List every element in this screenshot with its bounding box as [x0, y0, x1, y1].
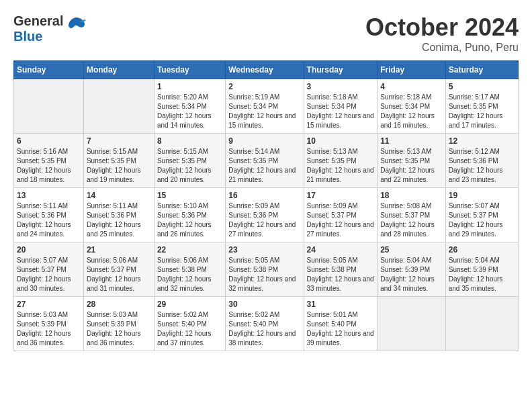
calendar-cell	[83, 79, 154, 134]
day-number: 18	[380, 191, 443, 200]
calendar-cell: 26Sunrise: 5:04 AMSunset: 5:39 PMDayligh…	[445, 242, 518, 297]
logo: General Blue	[13, 13, 87, 44]
day-info: Sunrise: 5:16 AMSunset: 5:35 PMDaylight:…	[17, 147, 81, 185]
column-header-monday: Monday	[83, 61, 154, 79]
day-number: 14	[87, 191, 151, 200]
calendar-body: 1Sunrise: 5:20 AMSunset: 5:34 PMDaylight…	[14, 79, 519, 351]
day-info: Sunrise: 5:08 AMSunset: 5:37 PMDaylight:…	[380, 201, 443, 239]
day-number: 26	[449, 245, 515, 255]
day-info: Sunrise: 5:11 AMSunset: 5:36 PMDaylight:…	[87, 201, 151, 239]
day-number: 3	[307, 82, 375, 91]
calendar-cell: 21Sunrise: 5:06 AMSunset: 5:37 PMDayligh…	[83, 242, 154, 297]
day-info: Sunrise: 5:20 AMSunset: 5:34 PMDaylight:…	[157, 93, 222, 130]
calendar-cell: 3Sunrise: 5:18 AMSunset: 5:34 PMDaylight…	[304, 79, 378, 134]
calendar-cell: 27Sunrise: 5:03 AMSunset: 5:39 PMDayligh…	[14, 297, 84, 351]
day-info: Sunrise: 5:03 AMSunset: 5:39 PMDaylight:…	[17, 310, 81, 348]
day-number: 4	[380, 82, 443, 91]
week-row-4: 20Sunrise: 5:07 AMSunset: 5:37 PMDayligh…	[14, 242, 519, 297]
calendar-cell: 14Sunrise: 5:11 AMSunset: 5:36 PMDayligh…	[83, 188, 154, 242]
day-info: Sunrise: 5:14 AMSunset: 5:35 PMDaylight:…	[228, 147, 300, 185]
calendar-cell	[14, 79, 84, 134]
calendar-cell: 17Sunrise: 5:09 AMSunset: 5:37 PMDayligh…	[304, 188, 378, 242]
day-info: Sunrise: 5:06 AMSunset: 5:37 PMDaylight:…	[87, 256, 151, 293]
calendar-title: October 2024	[365, 13, 519, 42]
logo-text: General Blue	[13, 13, 63, 44]
day-info: Sunrise: 5:07 AMSunset: 5:37 PMDaylight:…	[17, 256, 81, 293]
calendar-cell: 18Sunrise: 5:08 AMSunset: 5:37 PMDayligh…	[378, 188, 446, 242]
day-number: 21	[87, 245, 151, 255]
calendar-cell: 7Sunrise: 5:15 AMSunset: 5:35 PMDaylight…	[83, 134, 154, 188]
calendar-cell: 19Sunrise: 5:07 AMSunset: 5:37 PMDayligh…	[445, 188, 518, 242]
title-block: October 2024 Conima, Puno, Peru	[365, 13, 519, 54]
column-header-friday: Friday	[378, 61, 446, 79]
day-number: 16	[228, 191, 300, 200]
day-info: Sunrise: 5:10 AMSunset: 5:36 PMDaylight:…	[157, 201, 222, 239]
day-number: 17	[307, 191, 375, 200]
calendar-cell: 1Sunrise: 5:20 AMSunset: 5:34 PMDaylight…	[154, 79, 225, 134]
day-info: Sunrise: 5:04 AMSunset: 5:39 PMDaylight:…	[449, 256, 515, 293]
calendar-table: SundayMondayTuesdayWednesdayThursdayFrid…	[13, 60, 519, 351]
week-row-2: 6Sunrise: 5:16 AMSunset: 5:35 PMDaylight…	[14, 134, 519, 188]
day-number: 10	[307, 136, 375, 146]
calendar-cell: 5Sunrise: 5:17 AMSunset: 5:35 PMDaylight…	[445, 79, 518, 134]
logo-bird-icon	[66, 15, 87, 36]
logo-general: General	[13, 13, 63, 28]
day-number: 23	[228, 245, 300, 255]
day-info: Sunrise: 5:12 AMSunset: 5:36 PMDaylight:…	[449, 147, 515, 185]
calendar-cell: 13Sunrise: 5:11 AMSunset: 5:36 PMDayligh…	[14, 188, 84, 242]
calendar-cell: 15Sunrise: 5:10 AMSunset: 5:36 PMDayligh…	[154, 188, 225, 242]
calendar-cell: 23Sunrise: 5:05 AMSunset: 5:38 PMDayligh…	[226, 242, 304, 297]
column-header-thursday: Thursday	[304, 61, 378, 79]
day-info: Sunrise: 5:03 AMSunset: 5:39 PMDaylight:…	[87, 310, 151, 348]
calendar-header: SundayMondayTuesdayWednesdayThursdayFrid…	[14, 61, 519, 79]
calendar-cell: 22Sunrise: 5:06 AMSunset: 5:38 PMDayligh…	[154, 242, 225, 297]
calendar-cell: 12Sunrise: 5:12 AMSunset: 5:36 PMDayligh…	[445, 134, 518, 188]
day-info: Sunrise: 5:02 AMSunset: 5:40 PMDaylight:…	[157, 310, 222, 348]
day-info: Sunrise: 5:19 AMSunset: 5:34 PMDaylight:…	[228, 93, 300, 130]
day-info: Sunrise: 5:09 AMSunset: 5:36 PMDaylight:…	[228, 201, 300, 239]
day-info: Sunrise: 5:18 AMSunset: 5:34 PMDaylight:…	[307, 93, 375, 130]
day-info: Sunrise: 5:11 AMSunset: 5:36 PMDaylight:…	[17, 201, 81, 239]
calendar-cell: 29Sunrise: 5:02 AMSunset: 5:40 PMDayligh…	[154, 297, 225, 351]
day-info: Sunrise: 5:07 AMSunset: 5:37 PMDaylight:…	[449, 201, 515, 239]
day-number: 9	[228, 136, 300, 146]
calendar-subtitle: Conima, Puno, Peru	[365, 42, 519, 54]
day-info: Sunrise: 5:18 AMSunset: 5:34 PMDaylight:…	[380, 93, 443, 130]
day-info: Sunrise: 5:09 AMSunset: 5:37 PMDaylight:…	[307, 201, 375, 239]
calendar-cell: 6Sunrise: 5:16 AMSunset: 5:35 PMDaylight…	[14, 134, 84, 188]
day-info: Sunrise: 5:15 AMSunset: 5:35 PMDaylight:…	[87, 147, 151, 185]
calendar-cell: 9Sunrise: 5:14 AMSunset: 5:35 PMDaylight…	[226, 134, 304, 188]
day-number: 8	[157, 136, 222, 146]
day-number: 22	[157, 245, 222, 255]
day-info: Sunrise: 5:13 AMSunset: 5:35 PMDaylight:…	[307, 147, 375, 185]
column-header-saturday: Saturday	[445, 61, 518, 79]
column-header-tuesday: Tuesday	[154, 61, 225, 79]
day-info: Sunrise: 5:15 AMSunset: 5:35 PMDaylight:…	[157, 147, 222, 185]
day-number: 24	[307, 245, 375, 255]
day-info: Sunrise: 5:17 AMSunset: 5:35 PMDaylight:…	[449, 93, 515, 130]
day-info: Sunrise: 5:05 AMSunset: 5:38 PMDaylight:…	[228, 256, 300, 293]
logo-blue: Blue	[13, 29, 42, 44]
column-header-wednesday: Wednesday	[226, 61, 304, 79]
day-info: Sunrise: 5:05 AMSunset: 5:38 PMDaylight:…	[307, 256, 375, 293]
week-row-1: 1Sunrise: 5:20 AMSunset: 5:34 PMDaylight…	[14, 79, 519, 134]
day-number: 29	[157, 300, 222, 309]
day-info: Sunrise: 5:02 AMSunset: 5:40 PMDaylight:…	[228, 310, 300, 348]
calendar-cell: 24Sunrise: 5:05 AMSunset: 5:38 PMDayligh…	[304, 242, 378, 297]
calendar-cell: 30Sunrise: 5:02 AMSunset: 5:40 PMDayligh…	[226, 297, 304, 351]
calendar-cell	[445, 297, 518, 351]
calendar-cell: 11Sunrise: 5:13 AMSunset: 5:35 PMDayligh…	[378, 134, 446, 188]
day-number: 1	[157, 82, 222, 91]
column-header-sunday: Sunday	[14, 61, 84, 79]
day-number: 7	[87, 136, 151, 146]
day-number: 25	[380, 245, 443, 255]
calendar-cell: 25Sunrise: 5:04 AMSunset: 5:39 PMDayligh…	[378, 242, 446, 297]
page-header: General Blue October 2024 Conima, Puno, …	[13, 13, 519, 54]
day-number: 20	[17, 245, 81, 255]
header-row: SundayMondayTuesdayWednesdayThursdayFrid…	[14, 61, 519, 79]
calendar-cell: 20Sunrise: 5:07 AMSunset: 5:37 PMDayligh…	[14, 242, 84, 297]
week-row-3: 13Sunrise: 5:11 AMSunset: 5:36 PMDayligh…	[14, 188, 519, 242]
calendar-cell: 28Sunrise: 5:03 AMSunset: 5:39 PMDayligh…	[83, 297, 154, 351]
calendar-cell: 8Sunrise: 5:15 AMSunset: 5:35 PMDaylight…	[154, 134, 225, 188]
calendar-cell: 16Sunrise: 5:09 AMSunset: 5:36 PMDayligh…	[226, 188, 304, 242]
